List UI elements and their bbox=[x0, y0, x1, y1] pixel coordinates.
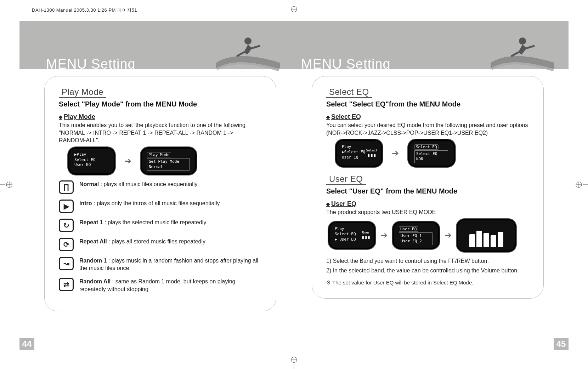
lcd-line: User EQ_1 bbox=[401, 233, 431, 239]
lcd-line: Select EQ bbox=[74, 157, 108, 163]
lcd-line: Normal bbox=[149, 165, 188, 170]
document-header-line: DAH-1300 Manual 2005.3.30 1:26 PM 페이지51 bbox=[32, 7, 137, 13]
note-text: The set value for User EQ will be stored… bbox=[326, 279, 529, 286]
crop-mark-bottom bbox=[287, 355, 301, 369]
lcd-line: User EQ bbox=[74, 162, 108, 168]
lcd-badge: Select▮▮▮ bbox=[366, 149, 378, 158]
random1-icon: ↝ bbox=[59, 257, 74, 270]
content-box-right: Select EQ Select "Select EQ"from the MEN… bbox=[312, 76, 544, 299]
lcd-row: ▶Play Select EQ User EQ ➔ Play Mode Set … bbox=[69, 149, 262, 173]
lcd-title: User EQ bbox=[399, 226, 418, 232]
arrow-icon: ➔ bbox=[124, 156, 131, 166]
section-subtitle: Select "User EQ" from the MENU Mode bbox=[326, 187, 529, 195]
section-title-selecteq: Select EQ bbox=[326, 87, 372, 98]
body-text: You can select your desired EQ mode from… bbox=[326, 121, 529, 137]
mode-item-intro: ▶ Intro : plays only the intros of all m… bbox=[59, 200, 262, 213]
repeatall-icon: ⟳ bbox=[59, 238, 74, 251]
svg-point-16 bbox=[244, 38, 251, 45]
lcd-title: Play Mode bbox=[147, 152, 171, 157]
content-box-left: Play Mode Select "Play Mode" from the ME… bbox=[44, 76, 276, 311]
lcd-line: ▶Play bbox=[74, 152, 108, 157]
lcd-screen-1: ▶Play Select EQ User EQ bbox=[69, 149, 114, 173]
section-title-usereq: User EQ bbox=[326, 174, 366, 185]
intro-icon: ▶ bbox=[59, 200, 74, 213]
section-subtitle: Select "Play Mode" from the MENU Mode bbox=[59, 100, 262, 108]
lcd-line: User EQ_2 bbox=[401, 239, 431, 244]
mode-text: Intro : plays only the intros of all mus… bbox=[79, 200, 220, 207]
repeat1-icon: ↻ bbox=[59, 219, 74, 232]
lcd-screen-1: Play ▶Select EQ User EQ Select▮▮▮ bbox=[337, 141, 381, 166]
page-title: MENU Setting bbox=[301, 57, 391, 72]
lcd-title: Select EQ bbox=[414, 144, 439, 150]
mode-text: Random All : same as Random 1 mode, but … bbox=[79, 278, 262, 293]
arrow-icon: ➔ bbox=[392, 148, 399, 158]
mode-item-random1: ↝ Random 1 : plays music in a random fas… bbox=[59, 257, 262, 272]
page-spread: MENU Setting Play Mode Select "Play Mode… bbox=[19, 21, 569, 348]
svg-point-17 bbox=[519, 38, 526, 45]
mode-text: Repeat 1 : plays the selected music file… bbox=[79, 219, 206, 226]
mode-text: Normal : plays all music files once sequ… bbox=[79, 180, 197, 188]
lcd-line: Set Play Mode bbox=[149, 159, 188, 165]
mode-text: Repeat All : plays all stored music file… bbox=[79, 238, 205, 246]
lcd-badge: User▮▮▮ bbox=[362, 231, 371, 240]
section-subtitle: Select "Select EQ"from the MENU Mode bbox=[326, 100, 529, 108]
arrow-icon: ➔ bbox=[445, 230, 452, 240]
mode-text: Random 1 : plays music in a random fashi… bbox=[79, 257, 262, 272]
lcd-screen-2: User EQ User EQ_1 User EQ_2 bbox=[394, 223, 438, 248]
lcd-screen-2: Select EQ Select EQ NOR bbox=[409, 141, 454, 166]
mode-list: ∏ Normal : plays all music files once se… bbox=[59, 180, 262, 293]
step-2: 2) In the selected band, the value can b… bbox=[326, 266, 529, 275]
snowboarder-graphic bbox=[491, 32, 554, 74]
sub-heading-selecteq: Select EQ bbox=[326, 113, 361, 121]
page-number-right: 45 bbox=[554, 338, 569, 350]
mode-item-normal: ∏ Normal : plays all music files once se… bbox=[59, 180, 262, 194]
mode-item-repeat1: ↻ Repeat 1 : plays the selected music fi… bbox=[59, 219, 262, 232]
page-title: MENU Setting bbox=[46, 57, 136, 72]
page-left: MENU Setting Play Mode Select "Play Mode… bbox=[19, 21, 294, 348]
lcd-line: NOR bbox=[416, 157, 446, 162]
lcd-row: Play ▶Select EQ User EQ Select▮▮▮ ➔ Sele… bbox=[337, 141, 529, 166]
page-right: MENU Setting Select EQ Select "Select EQ… bbox=[294, 21, 569, 348]
eq-graphic bbox=[458, 220, 515, 250]
page-number-left: 44 bbox=[19, 338, 34, 350]
sub-heading-usereq: User EQ bbox=[326, 200, 356, 208]
randomall-icon: ⇄ bbox=[59, 278, 74, 291]
snowboarder-graphic bbox=[216, 32, 280, 74]
lcd-screen-2: Play Mode Set Play Mode Normal bbox=[142, 149, 195, 173]
mode-item-randomall: ⇄ Random All : same as Random 1 mode, bu… bbox=[59, 278, 262, 293]
arrow-icon: ➔ bbox=[380, 230, 388, 240]
crop-mark-top bbox=[287, 0, 301, 14]
normal-icon: ∏ bbox=[59, 180, 74, 194]
lcd-line: Select EQ bbox=[416, 151, 446, 157]
step-1: 1) Select the Band you want to control u… bbox=[326, 257, 529, 265]
mode-item-repeatall: ⟳ Repeat All : plays all stored music fi… bbox=[59, 238, 262, 251]
sub-heading-playmode: Play Mode bbox=[59, 113, 95, 121]
crop-mark-right bbox=[574, 178, 588, 192]
crop-mark-left bbox=[0, 178, 14, 192]
section-title-playmode: Play Mode bbox=[59, 87, 106, 98]
body-text: The product supports two USER EQ MODE bbox=[326, 208, 529, 216]
body-text: This mode enables you to set 'the playba… bbox=[59, 121, 262, 144]
lcd-row: Play Select EQ ▶ User EQ User▮▮▮ ➔ User … bbox=[330, 220, 529, 250]
lcd-screen-1: Play Select EQ ▶ User EQ User▮▮▮ bbox=[330, 223, 374, 248]
